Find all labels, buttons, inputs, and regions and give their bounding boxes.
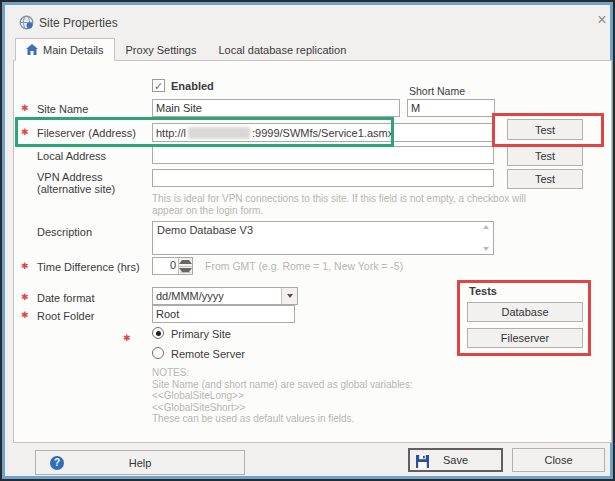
vpn-address-input[interactable] (152, 169, 494, 187)
time-difference-value: 0 (153, 259, 176, 271)
short-name-input[interactable] (407, 99, 495, 117)
tab-main-details-label: Main Details (43, 44, 104, 56)
date-format-label: Date format (37, 292, 94, 304)
description-value: Demo Database V3 (157, 224, 253, 236)
redacted-host-blur (188, 127, 250, 139)
tab-main-details[interactable]: Main Details (15, 38, 115, 61)
notes-line: <<GlobalSiteShort>> (152, 403, 413, 414)
tests-group-title: Tests (469, 285, 497, 297)
enabled-label: Enabled (171, 80, 214, 92)
test-local-address-button[interactable]: Test (507, 146, 583, 166)
required-asterisk: ✱ (21, 292, 29, 302)
home-icon (26, 44, 38, 55)
description-textarea[interactable]: Demo Database V3 (152, 221, 494, 255)
root-folder-input[interactable] (152, 305, 295, 323)
root-folder-label: Root Folder (37, 310, 94, 322)
vpn-address-sublabel: (alternative site) (37, 183, 115, 195)
fileserver-address-label: Fileserver (Address) (37, 127, 136, 139)
test-fileserver2-button[interactable]: Fileserver (467, 328, 583, 348)
description-scrollbar[interactable] (479, 223, 492, 253)
required-asterisk: ✱ (21, 127, 29, 137)
save-button-label: Save (443, 454, 468, 466)
site-properties-dialog: Site Properties × Main Details Proxy Set… (2, 2, 613, 479)
notes-line: These can be used as default values in f… (152, 414, 413, 425)
tab-proxy-settings[interactable]: Proxy Settings (115, 38, 208, 61)
notes-line: Site Name (and short name) are saved as … (152, 380, 413, 391)
tab-local-db-replication[interactable]: Local database replication (207, 38, 357, 61)
help-button-label: Help (129, 457, 152, 469)
site-properties-icon (19, 15, 34, 30)
required-asterisk: ✱ (123, 333, 131, 343)
help-button[interactable]: ? Help (35, 450, 245, 475)
scroll-up-icon[interactable] (483, 225, 489, 229)
gmt-hint-text: From GMT (e.g. Rome = 1, New York = -5) (205, 261, 403, 273)
save-icon (416, 455, 429, 468)
local-address-label: Local Address (37, 150, 106, 162)
spinner-up-icon[interactable] (179, 258, 192, 267)
fileserver-url-suffix: :9999/SWMfs/Service1.asmx (252, 127, 393, 139)
required-asterisk: ✱ (21, 310, 29, 320)
short-name-label: Short Name (409, 85, 465, 97)
close-icon[interactable]: × (593, 11, 611, 29)
description-label: Description (37, 226, 92, 238)
required-asterisk: ✱ (21, 261, 29, 271)
primary-site-label: Primary Site (171, 328, 231, 340)
tab-proxy-settings-label: Proxy Settings (126, 44, 197, 56)
close-button[interactable]: Close (512, 448, 605, 472)
date-format-select[interactable]: dd/MMM/yyyy (152, 287, 298, 305)
tab-local-db-replication-label: Local database replication (218, 44, 346, 56)
required-asterisk: ✱ (21, 103, 29, 113)
site-name-label: Site Name (37, 103, 88, 115)
remote-server-label: Remote Server (171, 348, 245, 360)
test-database-button[interactable]: Database (467, 302, 583, 322)
local-address-input[interactable] (152, 146, 494, 164)
notes-line: NOTES: (152, 368, 413, 379)
test-vpn-button[interactable]: Test (507, 169, 583, 189)
date-format-value: dd/MMM/yyyy (156, 290, 224, 302)
combo-arrow-icon[interactable] (281, 288, 297, 304)
dialog-title: Site Properties (39, 16, 118, 30)
notes-text: NOTES: Site Name (and short name) are sa… (152, 368, 413, 426)
checkbox-check-icon: ✓ (154, 80, 163, 92)
time-difference-stepper[interactable]: 0 (152, 257, 193, 275)
vpn-help-text: This is ideal for VPN connections to thi… (152, 193, 544, 216)
notes-line: <<GlobalSiteLong>> (152, 391, 413, 402)
enabled-checkbox[interactable]: ✓ (152, 79, 165, 92)
time-difference-label: Time Difference (hrs) (37, 261, 140, 273)
help-icon: ? (50, 456, 64, 470)
spinner-down-icon[interactable] (179, 267, 192, 275)
tab-strip: Main Details Proxy Settings Local databa… (15, 38, 357, 61)
save-button[interactable]: Save (408, 448, 503, 472)
screenshot-frame: Site Properties × Main Details Proxy Set… (0, 0, 615, 481)
scroll-down-icon[interactable] (483, 247, 489, 251)
site-name-input[interactable] (152, 99, 400, 117)
vpn-address-label: VPN Address (37, 171, 102, 183)
fileserver-address-input[interactable]: http://l :9999/SWMfs/Service1.asmx (152, 123, 494, 142)
remote-server-radio[interactable] (152, 347, 164, 359)
test-fileserver-button[interactable]: Test (507, 119, 583, 140)
fileserver-url-prefix: http://l (156, 127, 186, 139)
primary-site-radio[interactable] (152, 327, 164, 339)
